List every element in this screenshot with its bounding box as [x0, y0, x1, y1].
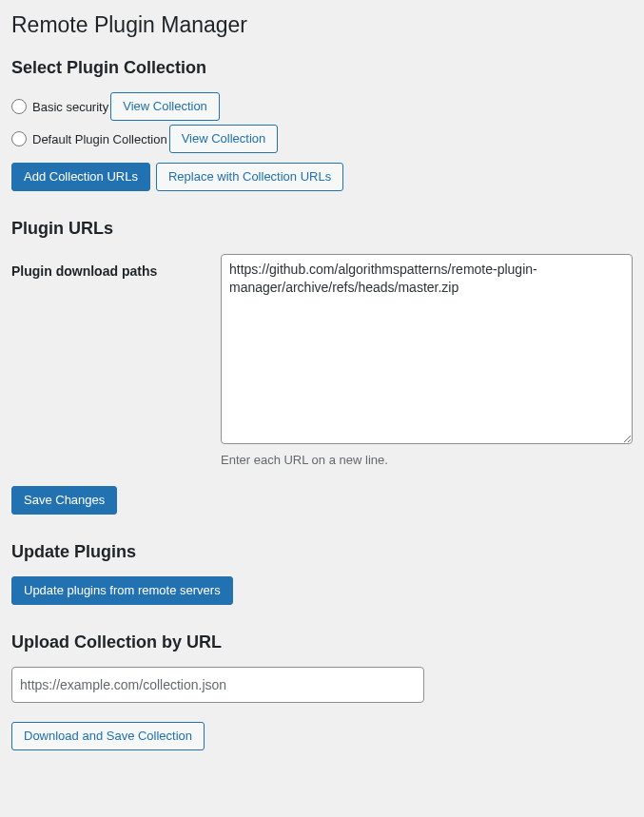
download-save-collection-button[interactable]: Download and Save Collection — [11, 722, 205, 750]
save-changes-row: Save Changes — [11, 486, 633, 515]
plugin-download-paths-textarea[interactable]: https://github.com/algorithmspatterns/re… — [221, 254, 633, 444]
replace-collection-urls-button[interactable]: Replace with Collection URLs — [156, 163, 343, 191]
add-collection-urls-button[interactable]: Add Collection URLs — [11, 163, 150, 191]
view-collection-button[interactable]: View Collection — [110, 92, 220, 121]
collection-radio-label: Default Plugin Collection — [32, 132, 167, 146]
select-collection-section: Select Plugin Collection Basic security … — [11, 57, 633, 191]
plugin-download-paths-description: Enter each URL on a new line. — [221, 453, 633, 467]
update-plugins-button[interactable]: Update plugins from remote servers — [11, 576, 233, 605]
plugin-urls-heading: Plugin URLs — [11, 218, 633, 240]
collection-option-row: Basic security View Collection — [11, 92, 633, 121]
upload-collection-input-row — [11, 667, 633, 703]
collection-option-row: Default Plugin Collection View Collectio… — [11, 125, 633, 153]
plugin-download-paths-label: Plugin download paths — [11, 254, 221, 279]
save-changes-button[interactable]: Save Changes — [11, 486, 117, 515]
plugin-urls-form: Plugin download paths https://github.com… — [11, 254, 633, 467]
update-plugins-heading: Update Plugins — [11, 541, 633, 563]
collection-radio-label: Basic security — [32, 100, 108, 114]
view-collection-button[interactable]: View Collection — [169, 125, 279, 153]
page-title: Remote Plugin Manager — [11, 11, 633, 40]
collection-radio-default[interactable] — [11, 131, 27, 146]
plugin-urls-section: Plugin URLs Plugin download paths https:… — [11, 218, 633, 514]
upload-collection-section: Upload Collection by URL Download and Sa… — [11, 632, 633, 750]
collection-action-row: Add Collection URLs Replace with Collect… — [11, 163, 633, 191]
plugin-download-paths-field: https://github.com/algorithmspatterns/re… — [221, 254, 633, 467]
collection-radio-basic-security[interactable] — [11, 99, 27, 114]
upload-collection-heading: Upload Collection by URL — [11, 632, 633, 653]
plugin-download-paths-row: Plugin download paths https://github.com… — [11, 254, 633, 467]
update-plugins-section: Update Plugins Update plugins from remot… — [11, 541, 633, 605]
upload-collection-url-input[interactable] — [11, 667, 424, 703]
select-collection-heading: Select Plugin Collection — [11, 57, 633, 79]
